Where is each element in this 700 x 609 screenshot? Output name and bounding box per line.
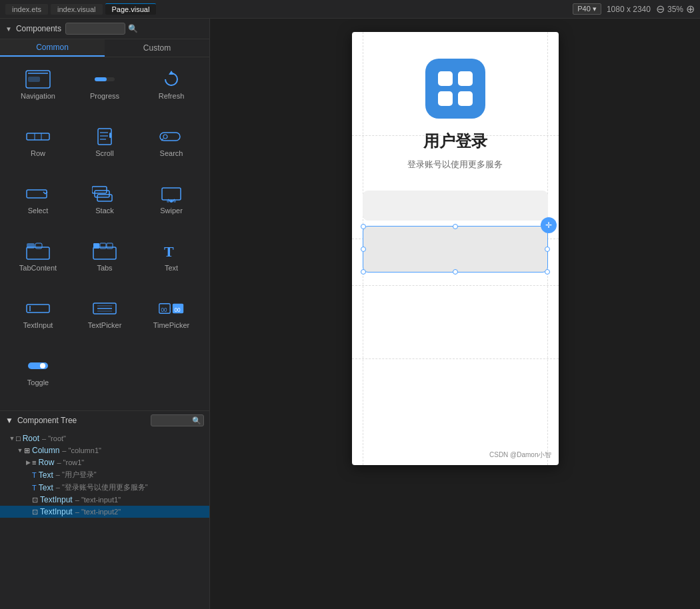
- component-text[interactable]: T Text: [139, 235, 204, 291]
- svg-rect-34: [100, 243, 106, 249]
- tree-text2-expand: [24, 484, 32, 491]
- phone-subtitle: 登录账号以使用更多服务: [407, 159, 503, 171]
- svg-rect-31: [35, 243, 42, 249]
- svg-text:T: T: [164, 243, 174, 260]
- component-textinput[interactable]: TextInput: [5, 292, 71, 348]
- tree-row-row-expand: ▶: [24, 459, 32, 466]
- progress-icon: [91, 69, 118, 89]
- svg-rect-10: [109, 133, 111, 138]
- svg-point-15: [163, 135, 167, 139]
- dot-bl: [438, 91, 453, 106]
- component-scroll[interactable]: Scroll: [72, 120, 137, 176]
- tree-search-icon: 🔍: [192, 416, 201, 425]
- component-swiper[interactable]: Swiper: [139, 177, 204, 233]
- canvas-area: 用户登录 登录账号以使用更多服务: [210, 19, 700, 609]
- text-icon: T: [158, 241, 185, 261]
- refresh-label: Refresh: [159, 92, 185, 100]
- textinput2-tree-icon: ⊡: [32, 508, 38, 516]
- component-tree-header: ▼ Component Tree 🔍: [0, 411, 209, 430]
- tree-node-text2-id: – "登录账号以使用更多服务": [56, 482, 148, 492]
- components-search-button[interactable]: 🔍: [128, 24, 138, 33]
- handle-tl: [361, 224, 366, 229]
- component-timepicker[interactable]: 00 00 : TimePicker: [139, 292, 204, 348]
- tree-row-column-expand: ▼: [16, 447, 24, 454]
- select-label: Select: [28, 207, 49, 215]
- svg-rect-35: [107, 243, 113, 249]
- stack-icon: [91, 184, 118, 204]
- component-tabcontent[interactable]: TabContent: [5, 235, 71, 291]
- progress-label: Progress: [90, 92, 119, 100]
- handle-ml: [361, 247, 366, 252]
- column-icon: ⊞: [24, 446, 30, 455]
- tab-common[interactable]: Common: [0, 39, 105, 57]
- tree-node-textinput2-id: – "text-input2": [75, 508, 121, 516]
- tree-node-column-name: Column: [32, 446, 59, 455]
- select-icon: [25, 184, 51, 204]
- tree-node-row-id: – "row1": [57, 458, 84, 466]
- component-select[interactable]: Select: [5, 177, 71, 233]
- handle-bl: [361, 269, 366, 275]
- svg-point-49: [40, 363, 45, 368]
- zoom-out-button[interactable]: ⊖: [656, 4, 665, 15]
- tree-node-row-name: Row: [38, 458, 54, 467]
- timepicker-icon: 00 00 :: [158, 299, 185, 318]
- device-bar: P40 ▾ 1080 x 2340 ⊖ 35% ⊕: [573, 3, 695, 15]
- svg-point-28: [173, 200, 176, 203]
- tree-row-textinput2[interactable]: ⊡ TextInput – "text-input2": [0, 506, 209, 518]
- top-bar: index.ets index.visual Page.visual P40 ▾…: [0, 0, 700, 19]
- main-layout: ▼ Components 🔍 Common Custom: [0, 19, 700, 609]
- tree-expand-arrow[interactable]: ▼: [5, 416, 13, 425]
- tree-row-text2[interactable]: T Text – "登录账号以使用更多服务": [0, 481, 209, 494]
- device-selector[interactable]: P40 ▾: [573, 3, 601, 15]
- component-refresh[interactable]: Refresh: [139, 63, 204, 119]
- handle-br: [545, 269, 550, 275]
- textinput-icon: [25, 299, 51, 318]
- component-textpicker[interactable]: TextPicker: [72, 292, 137, 348]
- tree-node-column-id: – "column1": [62, 446, 101, 454]
- move-icon: ✛: [541, 217, 557, 233]
- refresh-icon: [158, 69, 185, 89]
- component-row[interactable]: Row: [5, 120, 71, 176]
- guide-line-h3: [352, 285, 559, 286]
- svg-rect-23: [162, 188, 181, 200]
- phone-input-1[interactable]: [363, 191, 548, 221]
- svg-rect-32: [93, 247, 116, 259]
- components-expand-arrow[interactable]: ▼: [5, 25, 12, 33]
- component-navigation[interactable]: Navigation: [5, 63, 71, 119]
- tab-custom[interactable]: Custom: [105, 39, 209, 57]
- stack-label: Stack: [95, 207, 114, 215]
- dot-tr: [458, 71, 473, 86]
- tree-row-column1[interactable]: ▼ ⊞ Column – "column1": [0, 444, 209, 456]
- text-label: Text: [165, 264, 178, 272]
- tab-page-visual[interactable]: Page.visual: [105, 3, 157, 15]
- textinput-label: TextInput: [23, 321, 53, 329]
- app-icon: [425, 59, 485, 119]
- svg-rect-1: [28, 77, 40, 82]
- tabs-icon: [91, 241, 118, 261]
- component-stack[interactable]: Stack: [72, 177, 137, 233]
- input-area: ✛: [363, 191, 548, 273]
- tab-index-visual[interactable]: index.visual: [51, 4, 102, 15]
- component-toggle[interactable]: Toggle: [5, 349, 71, 405]
- zoom-control: ⊖ 35% ⊕: [656, 4, 695, 15]
- components-label: Components: [16, 24, 61, 33]
- svg-text::: :: [169, 306, 171, 313]
- component-search[interactable]: Search: [139, 120, 204, 176]
- tree-node-root-name: Root: [23, 434, 39, 443]
- tab-index-ets[interactable]: index.ets: [5, 4, 48, 15]
- dot-tl: [438, 71, 453, 86]
- zoom-in-button[interactable]: ⊕: [686, 4, 695, 15]
- svg-text:00: 00: [175, 307, 181, 313]
- tree-row-row1[interactable]: ▶ ≡ Row – "row1": [0, 456, 209, 468]
- tree-row-textinput1[interactable]: ⊡ TextInput – "text-input1": [0, 494, 209, 506]
- component-progress[interactable]: Progress: [72, 63, 137, 119]
- tree-row-text1[interactable]: T Text – "用户登录": [0, 468, 209, 481]
- search-icon: [158, 127, 185, 147]
- timepicker-label: TimePicker: [153, 321, 190, 329]
- phone-input-2-selected[interactable]: ✛: [363, 226, 548, 273]
- components-search-input[interactable]: [65, 23, 125, 35]
- component-tabs[interactable]: Tabs: [72, 235, 137, 291]
- text1-tree-icon: T: [32, 471, 37, 479]
- tree-row-root[interactable]: ▼ □ Root – "root": [0, 432, 209, 444]
- handle-bm: [453, 269, 458, 275]
